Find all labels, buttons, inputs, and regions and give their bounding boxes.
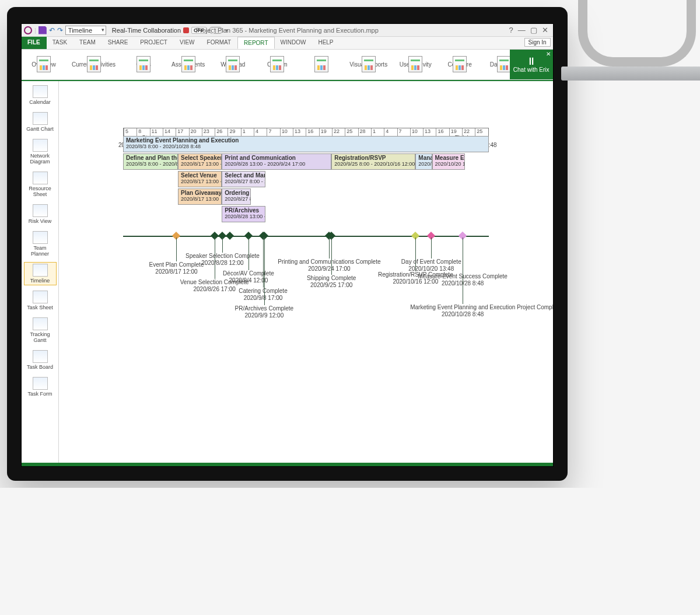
view-timeline[interactable]: Timeline (24, 262, 57, 285)
close-chat-icon[interactable]: ✕ (546, 51, 551, 57)
milestone-connector (249, 237, 249, 270)
task-bar-rsvp[interactable]: Registration/RSVP2020/9/25 8:00 - 2020/1… (331, 153, 415, 170)
workspace: CalendarGantt ChartNetwork DiagramResour… (22, 80, 553, 463)
axis-tick: 8 (136, 128, 141, 137)
milestone-connector (331, 237, 332, 275)
menu-tab-project[interactable]: PROJECT (134, 37, 174, 49)
ribbon-compare[interactable]: Compare (443, 61, 476, 68)
ribbon-overview[interactable]: Overview (27, 61, 60, 68)
axis-tick: 1 (241, 128, 246, 137)
menu-tab-file[interactable]: FILE (22, 37, 47, 49)
app-logo-icon[interactable] (24, 26, 32, 34)
menu-tab-team[interactable]: TEAM (74, 37, 102, 49)
view-tracking-gantt[interactable]: Tracking Gantt (24, 316, 57, 345)
axis-tick: 19 (319, 128, 327, 137)
ribbon-current-activities[interactable]: Current Activities (72, 61, 116, 68)
menu-tab-task[interactable]: TASK (47, 37, 74, 49)
view-task-sheet[interactable]: Task Sheet (24, 289, 57, 312)
close-icon[interactable]: ✕ (542, 26, 548, 34)
task-bar-catering[interactable]: Select and Manage Cat2020/8/27 8:00 - 20… (222, 171, 265, 187)
ribbon-icon (453, 56, 467, 72)
ribbon-workload[interactable]: Workload (216, 61, 249, 68)
axis-tick: 28 (358, 128, 366, 137)
axis-tick: 4 (254, 128, 258, 137)
task-bar-decor[interactable]: Ordering Déco2020/8/27 8:00 (222, 188, 251, 205)
ribbon-risk[interactable]: Risk (305, 61, 338, 68)
axis-tick: 17 (176, 128, 183, 137)
help-icon[interactable]: ? (509, 26, 513, 34)
task-bar-measure[interactable]: Measure Eve2020/10/20 13 (432, 153, 465, 170)
menu-tab-window[interactable]: WINDOW (275, 37, 313, 49)
menu-tab-share[interactable]: SHARE (102, 37, 134, 49)
menu-tab-view[interactable]: VIEW (174, 37, 201, 49)
view-gantt-chart[interactable]: Gantt Chart (24, 110, 57, 134)
monitor-stand (575, 0, 700, 86)
view-label: Gantt Chart (26, 126, 54, 132)
ribbon-assignments[interactable]: Assignments (172, 61, 205, 68)
ribbon-icon (497, 56, 511, 72)
rtc-label: Real-Time Collaboration (112, 27, 181, 34)
ribbon-custom[interactable]: Custom (261, 61, 293, 68)
menu-tab-report[interactable]: REPORT (237, 37, 275, 49)
menu-tab-format[interactable]: FORMAT (201, 37, 237, 49)
ribbon-user-activity[interactable]: User Activity (399, 61, 432, 68)
sign-in-button[interactable]: Sign In (524, 38, 551, 47)
task-bar-root[interactable]: Marketing Event Planning and Execution20… (123, 136, 489, 152)
ribbon-costs[interactable]: Costs (127, 61, 160, 68)
maximize-icon[interactable]: ▢ (530, 26, 537, 34)
app-window: | ↶ ↷ Timeline Real-Time Collaboration O… (21, 23, 554, 467)
undo-icon[interactable]: ↶ (49, 26, 55, 34)
view-task-form[interactable]: Task Form (24, 375, 57, 399)
view-calendar[interactable]: Calendar (24, 83, 57, 107)
view-label: Calendar (29, 99, 51, 105)
ribbon-visual-reports[interactable]: Visual Reports (349, 61, 387, 68)
view-team-planner[interactable]: Team Planner (24, 229, 57, 258)
ribbon-icon (408, 56, 422, 72)
ribbon: OverviewCurrent ActivitiesCostsAssignmen… (22, 50, 553, 80)
task-bar-giveaways[interactable]: Plan Giveaways2020/8/17 13:00 (178, 188, 222, 205)
chat-label: Chat with Erix (513, 67, 550, 73)
task-bar-mana[interactable]: Mana2020/ (415, 153, 432, 170)
minimize-icon[interactable]: — (518, 26, 526, 34)
view-resource-sheet[interactable]: Resource Sheet (24, 170, 57, 199)
rtc-status-icon (183, 27, 189, 33)
view-task-board[interactable]: Task Board (24, 348, 57, 372)
axis-tick: 7 (397, 128, 402, 137)
view-label: Risk View (29, 218, 51, 224)
milestone-connector (463, 237, 463, 304)
view-selector-combo[interactable]: Timeline (65, 26, 106, 35)
task-bar-print[interactable]: Print and Communication2020/8/28 13:00 -… (222, 153, 331, 170)
axis-tick: 22 (332, 128, 340, 137)
view-label: Tracking Gantt (24, 331, 56, 343)
axis-tick: 20 (189, 128, 197, 137)
menu-tab-help[interactable]: HELP (312, 37, 340, 49)
axis-tick: 25 (475, 128, 482, 137)
menu-tabs: FILETASKTEAMSHAREPROJECTVIEWFORMATREPORT… (22, 37, 553, 50)
view-icon (33, 317, 48, 330)
task-bar-speakers[interactable]: Select Speakers2020/8/17 13:00 - 20 (178, 153, 222, 170)
axis-tick: 22 (462, 128, 470, 137)
milestone-label: Speaker Selection Complete2020/8/28 12:0… (170, 253, 275, 267)
view-label: Team Planner (24, 245, 56, 257)
view-network-diagram[interactable]: Network Diagram (24, 137, 57, 166)
task-bar-pr[interactable]: PR/Archives2020/8/28 13:00 - 2020/ (222, 206, 265, 222)
axis-tick: 25 (345, 128, 352, 137)
ribbon-icon (314, 56, 328, 72)
chat-with-erix-button[interactable]: ✕ ⏸ Chat with Erix (510, 50, 553, 79)
view-risk-view[interactable]: Risk View (24, 202, 57, 226)
task-bar-define[interactable]: Define and Plan the Event2020/8/3 8:00 -… (123, 153, 178, 170)
ribbon-icon (270, 56, 284, 72)
ribbon-icon (136, 56, 150, 72)
save-icon[interactable] (38, 26, 47, 34)
axis-tick: 14 (163, 128, 170, 137)
ribbon-icon (362, 56, 376, 72)
axis-tick: 4 (384, 128, 388, 137)
milestone-label: Marketing Event Planning and Execution P… (410, 304, 515, 318)
milestone-connector (263, 237, 264, 288)
redo-icon[interactable]: ↷ (57, 26, 63, 34)
axis-tick: 11 (150, 128, 158, 137)
ribbon-icon (37, 56, 51, 72)
timeline-canvas[interactable]: Start2020/8/3 8:00 Finish2020/10/28 8:48… (59, 81, 553, 463)
axis-tick: 10 (280, 128, 288, 137)
task-bar-venue[interactable]: Select Venue2020/8/17 13:00 - (178, 171, 222, 187)
